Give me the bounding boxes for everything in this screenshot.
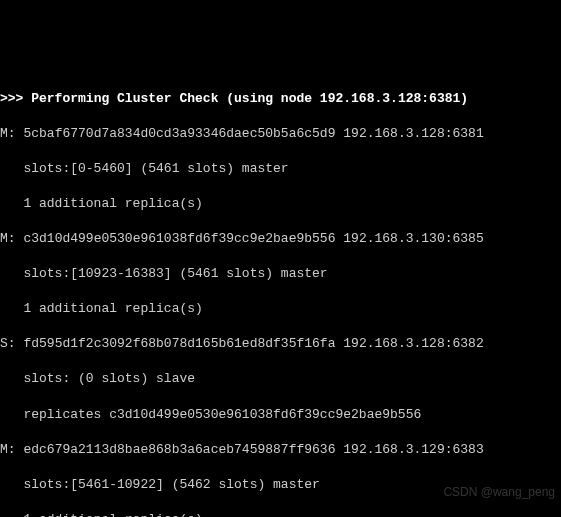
header-line: >>> Performing Cluster Check (using node… [0,90,561,108]
slots-line: slots: (0 slots) slave [0,370,561,388]
slots-line: slots:[10923-16383] (5461 slots) master [0,265,561,283]
replica-line: 1 additional replica(s) [0,511,561,517]
replica-line: 1 additional replica(s) [0,195,561,213]
node-line: M: c3d10d499e0530e961038fd6f39cc9e2bae9b… [0,230,561,248]
replica-line: 1 additional replica(s) [0,300,561,318]
replicates-line: replicates c3d10d499e0530e961038fd6f39cc… [0,406,561,424]
slots-line: slots:[0-5460] (5461 slots) master [0,160,561,178]
node-line: M: edc679a2113d8bae868b3a6aceb7459887ff9… [0,441,561,459]
node-line: M: 5cbaf6770d7a834d0cd3a93346daec50b5a6c… [0,125,561,143]
watermark: CSDN @wang_peng [443,484,555,500]
terminal-output: >>> Performing Cluster Check (using node… [0,72,561,517]
node-line: S: fd595d1f2c3092f68b078d165b61ed8df35f1… [0,335,561,353]
